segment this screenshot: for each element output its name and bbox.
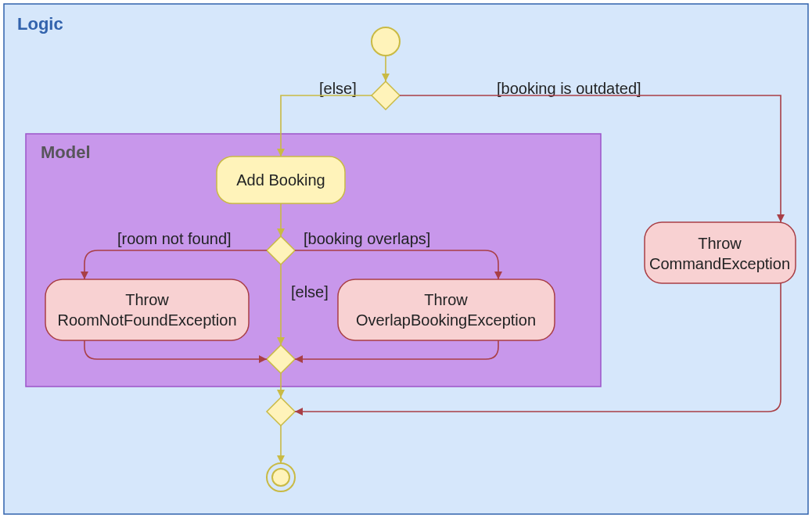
guard-booking-outdated: [booking is outdated] [497, 80, 641, 97]
initial-node [372, 27, 400, 56]
activity-diagram: Logic Model Add Booking Throw RoomNotFou… [0, 0, 812, 518]
svg-point-12 [272, 469, 289, 486]
action-add-booking: Add Booking [217, 156, 345, 203]
svg-rect-8 [645, 222, 796, 283]
logic-title: Logic [17, 14, 63, 34]
guard-else-mid: [else] [291, 283, 329, 300]
svg-text:RoomNotFoundException: RoomNotFoundException [57, 311, 236, 329]
svg-rect-2 [45, 279, 249, 340]
guard-room-not-found: [room not found] [117, 230, 232, 247]
svg-text:OverlapBookingException: OverlapBookingException [356, 311, 536, 329]
svg-text:Throw: Throw [698, 235, 742, 252]
action-throw-command-exception: Throw CommandException [645, 222, 796, 283]
svg-text:Add Booking: Add Booking [236, 171, 325, 189]
guard-else-top: [else] [319, 80, 357, 97]
action-throw-overlap-booking: Throw OverlapBookingException [338, 279, 555, 340]
svg-text:Throw: Throw [424, 291, 468, 308]
svg-text:CommandException: CommandException [649, 255, 790, 272]
action-throw-room-not-found: Throw RoomNotFoundException [45, 279, 249, 340]
model-title: Model [41, 142, 91, 162]
svg-rect-5 [338, 279, 555, 340]
guard-booking-overlaps: [booking overlaps] [304, 230, 430, 247]
svg-text:Throw: Throw [125, 291, 169, 308]
